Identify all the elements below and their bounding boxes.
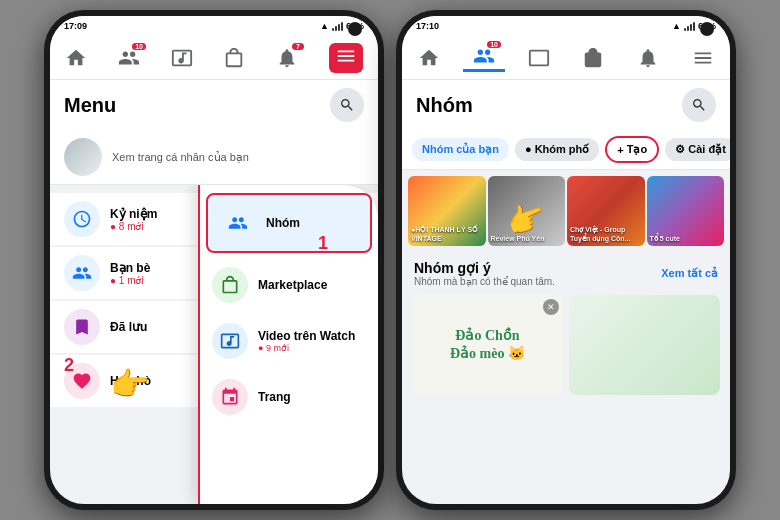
wifi-icon: ▲ xyxy=(320,21,329,31)
label-2: 2 xyxy=(64,355,74,376)
profile-text: Xem trang cá nhân của bạn xyxy=(112,151,249,164)
photo-card-1[interactable]: ●HỘI THANH LÝ SỐ VINTAGE xyxy=(408,176,486,246)
nhom-header: Nhóm xyxy=(402,80,730,130)
nav-menu-right[interactable] xyxy=(682,45,724,71)
nav-bell[interactable]: 7 xyxy=(266,45,308,71)
camera-notch xyxy=(348,22,362,36)
video-watch-popup-icon xyxy=(212,323,248,359)
nav-shop-right[interactable] xyxy=(572,45,614,71)
nhom-popup-label: Nhóm xyxy=(266,216,300,230)
hand-cursor-left: 👉 xyxy=(110,365,150,403)
tab-nhom-cua-ban[interactable]: Nhóm của bạn xyxy=(412,138,509,161)
nav-friends-right[interactable]: 10 xyxy=(463,43,505,72)
profile-avatar xyxy=(64,138,102,176)
section-link[interactable]: Xem tất cả xyxy=(661,267,718,280)
tab-tao[interactable]: + Tạo xyxy=(605,136,659,163)
trang-popup-label: Trang xyxy=(258,390,291,404)
nav-shop[interactable] xyxy=(213,45,255,71)
status-bar-right: 17:10 ▲ 67% xyxy=(402,16,730,36)
label-1: 1 xyxy=(318,233,328,254)
photo-card-1-label: ●HỘI THANH LÝ SỐ VINTAGE xyxy=(411,226,481,243)
sug-card-1-close[interactable]: ✕ xyxy=(543,299,559,315)
nav-home[interactable] xyxy=(55,45,97,71)
nav-home-right[interactable] xyxy=(408,45,450,71)
photos-grid: ●HỘI THANH LÝ SỐ VINTAGE Review Phú Yên … xyxy=(402,170,730,252)
nav-menu[interactable] xyxy=(319,41,373,75)
photo-card-3[interactable]: Chợ Việt - Group Tuyển dụng Côn... xyxy=(567,176,645,246)
signal-icon xyxy=(332,22,343,31)
nhom-search-button[interactable] xyxy=(682,88,716,122)
time-right: 17:10 xyxy=(416,21,439,31)
signal-icon-right xyxy=(684,22,695,31)
sug-card-1[interactable]: Đảo ChồnĐảo mèo 🐱 ✕ xyxy=(412,295,563,395)
nav-watch[interactable] xyxy=(161,45,203,71)
camera-notch-right xyxy=(700,22,714,36)
nav-bar-right: 10 xyxy=(402,36,730,80)
tab-cai-dat[interactable]: ⚙ Cài đặt xyxy=(665,138,730,161)
section-sub: Nhóm mà bạn có thể quan tâm. xyxy=(414,276,555,287)
ban-be-icon xyxy=(64,255,100,291)
time-left: 17:09 xyxy=(64,21,87,31)
menu-highlight-box xyxy=(329,43,363,73)
video-watch-popup-text: Video trên Watch ● 9 mới xyxy=(258,329,355,353)
left-screen: 17:09 ▲ 67% xyxy=(50,16,378,504)
video-watch-badge: ● 9 mới xyxy=(258,343,355,353)
nav-bell-right[interactable] xyxy=(627,45,669,71)
nav-bar-left: 10 7 xyxy=(50,36,378,80)
da-luu-text: Đã lưu xyxy=(110,320,147,334)
section-title: Nhóm gợi ý xyxy=(414,260,555,276)
popup-nhom[interactable]: Nhóm xyxy=(206,193,372,253)
menu-content: Kỷ niệm ● 8 mới Bạn bè ● 1 mới xyxy=(50,185,378,504)
nhom-tabs: Nhóm của bạn ● Khóm phố + Tạo ⚙ Cài đặt xyxy=(402,130,730,170)
left-phone: 17:09 ▲ 67% xyxy=(44,10,384,510)
bell-badge: 7 xyxy=(292,43,304,50)
section-header: Nhóm gợi ý Nhóm mà bạn có thể quan tâm. … xyxy=(402,252,730,291)
sug-card-2[interactable] xyxy=(569,295,720,395)
profile-row[interactable]: Xem trang cá nhân của bạn xyxy=(50,130,378,185)
suggestion-cards: Đảo ChồnĐảo mèo 🐱 ✕ xyxy=(402,291,730,399)
ky-niem-text: Kỷ niệm ● 8 mới xyxy=(110,207,157,232)
menu-title: Menu xyxy=(64,94,116,117)
da-luu-icon xyxy=(64,309,100,345)
right-screen: 17:10 ▲ 67% xyxy=(402,16,730,504)
popup-video-watch[interactable]: Video trên Watch ● 9 mới xyxy=(200,313,378,369)
ban-be-text: Bạn bè ● 1 mới xyxy=(110,261,150,286)
status-bar-left: 17:09 ▲ 67% xyxy=(50,16,378,36)
tab-khom-pho[interactable]: ● Khóm phố xyxy=(515,138,599,161)
right-phone: 17:10 ▲ 67% xyxy=(396,10,736,510)
tao-label: Tạo xyxy=(627,143,647,156)
popup-overlay: Nhóm Marketplace xyxy=(198,185,378,504)
sug-card-1-text: Đảo ChồnĐảo mèo 🐱 xyxy=(444,321,531,369)
nhom-title: Nhóm xyxy=(416,94,473,117)
ky-niem-icon xyxy=(64,201,100,237)
popup-trang[interactable]: Trang xyxy=(200,369,378,425)
wifi-icon-right: ▲ xyxy=(672,21,681,31)
nav-watch-right[interactable] xyxy=(518,45,560,71)
menu-header: Menu xyxy=(50,80,378,130)
menu-search-button[interactable] xyxy=(330,88,364,122)
friends-badge-right: 10 xyxy=(487,41,501,48)
nav-friends[interactable]: 10 xyxy=(108,45,150,71)
section-titles: Nhóm gợi ý Nhóm mà bạn có thể quan tâm. xyxy=(414,260,555,287)
tao-plus: + xyxy=(617,144,623,156)
nhom-popup-icon xyxy=(220,205,256,241)
photo-card-4-label: Tổ 5 cute xyxy=(650,235,680,243)
photo-card-4[interactable]: Tổ 5 cute xyxy=(647,176,725,246)
marketplace-popup-label: Marketplace xyxy=(258,278,327,292)
marketplace-popup-icon xyxy=(212,267,248,303)
friends-badge: 10 xyxy=(132,43,146,50)
popup-marketplace[interactable]: Marketplace xyxy=(200,257,378,313)
photo-card-3-label: Chợ Việt - Group Tuyển dụng Côn... xyxy=(570,226,640,243)
trang-popup-icon xyxy=(212,379,248,415)
